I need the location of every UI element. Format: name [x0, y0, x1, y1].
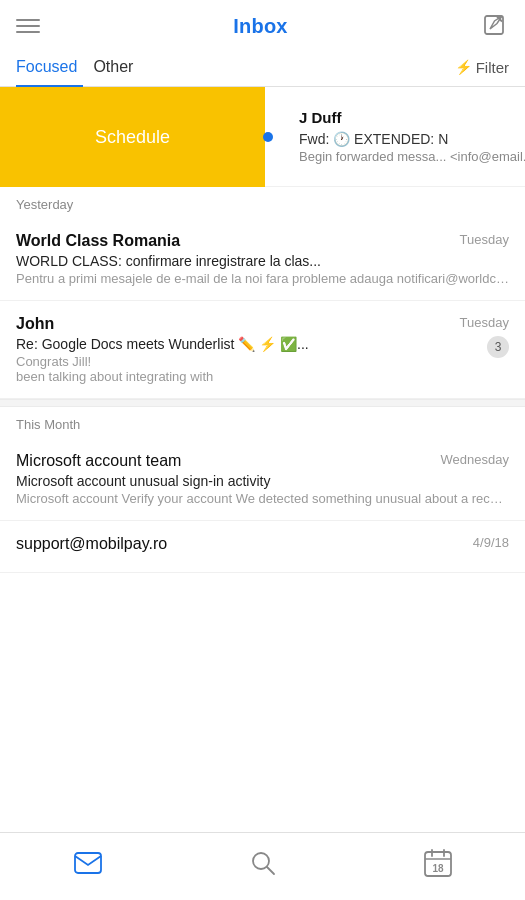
compose-icon[interactable] [481, 12, 509, 40]
email-item[interactable]: support@mobilpay.ro 4/9/18 [0, 521, 525, 573]
email-badge: 3 [487, 336, 509, 358]
inbox-title: Inbox [233, 15, 287, 38]
section-divider [0, 399, 525, 407]
email-preview: Microsoft account Verify your account We… [16, 491, 509, 506]
email-sender: John [16, 315, 54, 333]
email-preview: Congrats Jill!been talking about integra… [16, 354, 479, 384]
section-yesterday: Yesterday [0, 187, 525, 218]
swipe-row: Schedule J Duff Fwd: 🕐 EXTENDED: N Begin… [0, 87, 525, 187]
email-item[interactable]: Microsoft account team Wednesday Microso… [0, 438, 525, 521]
schedule-action[interactable]: Schedule [0, 87, 265, 187]
email-preview: Pentru a primi mesajele de e-mail de la … [16, 271, 509, 286]
bottom-nav: 18 [0, 832, 525, 900]
mail-icon [74, 849, 102, 877]
search-icon [249, 849, 277, 877]
email-sender: World Class Romania [16, 232, 180, 250]
tab-other[interactable]: Other [93, 48, 149, 86]
svg-rect-1 [75, 853, 101, 873]
nav-search[interactable] [229, 843, 297, 883]
email-sender: Microsoft account team [16, 452, 181, 470]
tab-focused[interactable]: Focused [16, 48, 93, 86]
email-sender: support@mobilpay.ro [16, 535, 167, 553]
filter-button[interactable]: ⚡ Filter [455, 59, 509, 76]
tabs-bar: Focused Other ⚡ Filter [0, 48, 525, 87]
nav-mail[interactable] [54, 843, 122, 883]
schedule-label: Schedule [95, 127, 170, 148]
swipe-sender: J Duff [299, 109, 342, 126]
email-subject: WORLD CLASS: confirmare inregistrare la … [16, 253, 509, 269]
nav-calendar[interactable]: 18 [404, 843, 472, 883]
email-date: Tuesday [460, 232, 509, 247]
unread-indicator [263, 132, 273, 142]
header: Inbox [0, 0, 525, 48]
menu-icon[interactable] [16, 19, 40, 33]
email-date: Wednesday [441, 452, 509, 467]
section-this-month: This Month [0, 407, 525, 438]
email-subject: Microsoft account unusual sign-in activi… [16, 473, 509, 489]
svg-line-3 [267, 867, 274, 874]
swiped-email-item[interactable]: J Duff Fwd: 🕐 EXTENDED: N Begin forwarde… [265, 87, 525, 187]
email-date: Tuesday [460, 315, 509, 330]
filter-bolt-icon: ⚡ [455, 59, 472, 75]
svg-text:18: 18 [432, 863, 444, 874]
email-date: 4/9/18 [473, 535, 509, 550]
email-item[interactable]: John Tuesday Re: Google Docs meets Wunde… [0, 301, 525, 399]
email-item[interactable]: World Class Romania Tuesday WORLD CLASS:… [0, 218, 525, 301]
swipe-preview: Begin forwarded messa... <info@email.the… [299, 149, 525, 164]
calendar-icon: 18 [424, 849, 452, 877]
email-subject: Re: Google Docs meets Wunderlist ✏️ ⚡ ✅.… [16, 336, 479, 352]
swipe-subject: Fwd: 🕐 EXTENDED: N [299, 131, 525, 147]
